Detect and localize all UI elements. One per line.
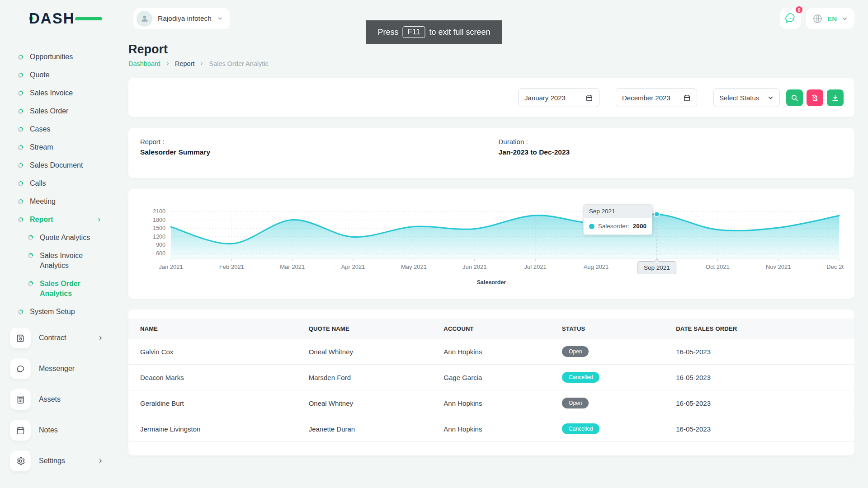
sidebar: DASH Opportunities Quote Sales Invoice S… — [0, 0, 128, 488]
person-icon — [140, 14, 149, 23]
sales-order-table: NAME QUOTE NAME ACCOUNT STATUS DATE SALE… — [128, 319, 854, 442]
sidebar-item-sales-order[interactable]: Sales Order — [0, 102, 128, 120]
message-bubble-icon — [785, 13, 796, 24]
avatar — [137, 11, 152, 27]
sidebar-item-system-setup[interactable]: System Setup — [0, 303, 128, 321]
sidebar-item-meeting[interactable]: Meeting — [0, 192, 128, 211]
sidebar-item-quote[interactable]: Quote — [0, 66, 128, 84]
salesorder-chart[interactable]: 2100180015001200900600Jan 2021Feb 2021Ma… — [139, 195, 844, 278]
x-tick-label: Aug 2021 — [584, 263, 609, 270]
status-select[interactable]: Select Status — [713, 88, 780, 107]
sidebar-item-opportunities[interactable]: Opportunities — [0, 48, 128, 66]
calculator-icon — [10, 389, 31, 410]
x-tick-label: Oct 2021 — [706, 263, 730, 270]
cell-name: Geraldine Burt — [128, 390, 304, 416]
cell-name: Galvin Cox — [128, 339, 304, 365]
toast-text-press: Press — [377, 28, 398, 37]
breadcrumb-report[interactable]: Report — [175, 60, 195, 67]
logo[interactable]: DASH — [29, 10, 92, 27]
sidebar-item-calls[interactable]: Calls — [0, 174, 128, 192]
logo-text: DASH — [29, 10, 75, 27]
xaxis-highlight-label: Sep 2021 — [637, 261, 676, 274]
tooltip-body: Salesorder: 2000 — [584, 218, 652, 235]
sidebar-item-notes[interactable]: Notes — [0, 418, 128, 443]
search-button[interactable] — [786, 89, 803, 106]
status-badge: Cancelled — [562, 372, 599, 383]
sidebar-item-quote-analytics[interactable]: Quote Analytics — [0, 229, 128, 247]
cell-status: Cancelled — [557, 365, 671, 390]
table-row[interactable]: Deacon Marks Marsden Ford Gage Garcia Ca… — [128, 365, 854, 390]
globe-icon — [812, 14, 823, 24]
x-tick-label: Feb 2021 — [219, 263, 244, 270]
toast-text-suffix: to exit full screen — [429, 28, 491, 37]
table-row[interactable]: Geraldine Burt Oneal Whitney Ann Hopkins… — [128, 390, 854, 416]
cell-account: Gage Garcia — [439, 365, 557, 390]
cell-status: Open — [557, 390, 671, 416]
sidebar-item-sales-invoice-analytics[interactable]: Sales Invoice Analytics — [0, 247, 128, 275]
start-date-input[interactable]: January 2023 — [518, 88, 599, 107]
sidebar-item-sales-order-analytics[interactable]: Sales Order Analytics — [0, 275, 128, 303]
cell-quote-name: Oneal Whitney — [304, 390, 439, 416]
reset-button[interactable] — [807, 89, 823, 106]
sidebar-item-report[interactable]: Report — [0, 211, 128, 229]
duration-summary-col: Duration : Jan-2023 to Dec-2023 — [499, 138, 570, 168]
sidebar-tools: Contract Messenger Assets Notes Settings — [0, 325, 128, 474]
cell-date: 16-05-2023 — [671, 339, 854, 365]
calendar-icon — [10, 420, 31, 441]
bullet-icon — [18, 199, 23, 204]
app-root: DASH Opportunities Quote Sales Invoice S… — [0, 0, 868, 488]
x-tick-label: Jun 2021 — [462, 263, 487, 270]
language-selector[interactable]: EN — [806, 8, 854, 29]
chevron-right-icon — [165, 61, 170, 66]
breadcrumb-dashboard[interactable]: Dashboard — [128, 60, 160, 67]
x-tick-label: Jan 2021 — [159, 263, 183, 270]
chevron-down-icon — [217, 15, 223, 22]
chevron-right-icon — [98, 458, 104, 464]
search-icon — [791, 94, 798, 102]
end-date-value: December 2023 — [622, 94, 670, 102]
table-row[interactable]: Jermaine Livingston Jeanette Duran Ann H… — [128, 416, 854, 442]
bullet-icon — [28, 235, 33, 240]
company-selector[interactable]: Rajodiya infotech — [133, 8, 230, 30]
sidebar-item-contract[interactable]: Contract — [0, 325, 128, 351]
chevron-right-icon — [96, 217, 102, 223]
sidebar-item-messenger[interactable]: Messenger — [0, 356, 128, 381]
filter-card: January 2023 December 2023 Select Status — [128, 78, 854, 117]
bullet-icon — [28, 281, 33, 286]
sidebar-item-assets[interactable]: Assets — [0, 387, 128, 412]
end-date-input[interactable]: December 2023 — [616, 88, 697, 107]
sidebar-item-cases[interactable]: Cases — [0, 120, 128, 138]
cell-date: 16-05-2023 — [671, 365, 854, 390]
chevron-right-icon — [199, 61, 204, 66]
cell-quote-name: Oneal Whitney — [304, 339, 439, 365]
col-quote-name: QUOTE NAME — [304, 319, 439, 339]
sidebar-item-sales-invoice[interactable]: Sales Invoice — [0, 84, 128, 102]
y-tick-label: 1800 — [153, 217, 165, 223]
x-tick-label: Mar 2021 — [280, 263, 305, 270]
page-title: Report — [128, 42, 854, 56]
language-code: EN — [827, 15, 837, 23]
download-button[interactable] — [827, 89, 844, 106]
x-tick-label: May 2021 — [401, 263, 427, 270]
chevron-right-icon — [98, 335, 104, 341]
bullet-icon — [18, 109, 23, 114]
bullet-icon — [18, 91, 23, 96]
y-tick-label: 1500 — [153, 225, 165, 231]
bullet-icon — [18, 310, 23, 314]
table-row[interactable]: Galvin Cox Oneal Whitney Ann Hopkins Ope… — [128, 339, 854, 365]
y-tick-label: 2100 — [153, 208, 165, 215]
cell-date: 16-05-2023 — [671, 416, 854, 442]
sidebar-item-settings[interactable]: Settings — [0, 448, 128, 474]
col-account: ACCOUNT — [439, 319, 557, 339]
table-header-row: NAME QUOTE NAME ACCOUNT STATUS DATE SALE… — [128, 319, 854, 339]
messages-button[interactable]: 0 — [780, 8, 801, 29]
report-summary-col: Report : Salesorder Summary — [140, 138, 499, 168]
sidebar-item-stream[interactable]: Stream — [0, 138, 128, 156]
cell-quote-name: Marsden Ford — [304, 365, 439, 390]
tooltip-value: 2000 — [633, 223, 646, 230]
highlighted-data-point[interactable] — [654, 212, 659, 217]
notification-badge: 0 — [795, 5, 803, 14]
sidebar-item-sales-document[interactable]: Sales Document — [0, 156, 128, 174]
x-tick-label: Apr 2021 — [341, 263, 365, 270]
cell-name: Deacon Marks — [128, 365, 304, 390]
